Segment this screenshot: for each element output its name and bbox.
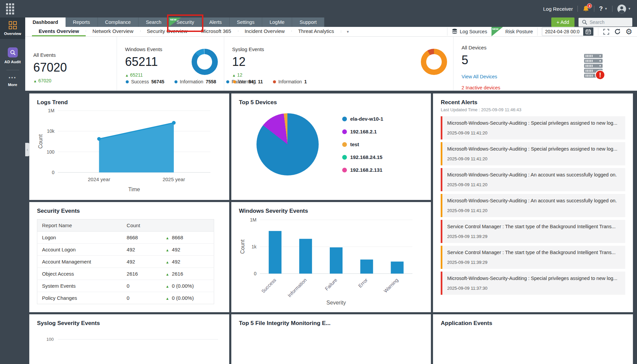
column-header[interactable]: Count <box>122 219 214 232</box>
count-cell: 8668 <box>122 232 161 244</box>
sidebar-item-ad-audit[interactable]: AD Audit <box>0 44 25 67</box>
nav-tab-support[interactable]: Support <box>292 17 324 27</box>
chevron-down-icon: ▼ <box>628 7 631 10</box>
alert-item[interactable]: Microsoft-Windows-Security-Auditing : An… <box>441 194 625 217</box>
more-dashboards-dropdown[interactable]: ▼ <box>341 27 355 36</box>
legend-item-warning[interactable]: Warning11 <box>233 79 263 84</box>
sidebar-collapse-handle[interactable]: ‹ <box>25 143 30 156</box>
legend-dot-icon <box>342 155 347 160</box>
legend-item-information[interactable]: Information7558 <box>174 79 216 84</box>
nav-tab-alerts[interactable]: Alerts <box>202 17 229 27</box>
report-name-cell[interactable]: Policy Changes <box>37 292 122 304</box>
date-range-value: 2024-04-28 00:0 <box>542 28 583 36</box>
sidebar-item-more[interactable]: ••• More <box>0 75 25 90</box>
nav-tab-settings[interactable]: Settings <box>230 17 262 27</box>
alert-timestamp: 2025-09-09 11:41:20 <box>447 182 621 187</box>
alert-timestamp: 2025-09-09 11:41:20 <box>447 130 621 135</box>
nav-tab-label: Reports <box>73 19 90 25</box>
alert-item[interactable]: Microsoft-Windows-Security-Auditing : An… <box>441 168 625 191</box>
subnav-tab-threat-analytics[interactable]: Threat Analytics <box>291 27 341 36</box>
stat-title: All Devices <box>462 45 500 50</box>
fullscreen-button[interactable] <box>603 28 610 35</box>
inactive-devices-link[interactable]: 2 Inactive devices <box>462 85 500 90</box>
help-menu[interactable]: ? ▼ <box>599 5 607 12</box>
legend-item-test[interactable]: test <box>342 141 383 147</box>
report-name-cell[interactable]: Account Management <box>37 256 122 268</box>
table-row[interactable]: Object Access2616▲2616 <box>37 268 214 280</box>
stat-all-events[interactable]: All Events 67020 ▲67020 <box>25 37 117 90</box>
legend-label: 192.168.2.131 <box>350 167 383 173</box>
svg-text:1M: 1M <box>250 217 256 223</box>
table-row[interactable]: Policy Changes0▲0 (0.00%) <box>37 292 214 304</box>
app-grid-icon[interactable] <box>6 3 14 14</box>
sidebar-item-overview[interactable]: Overview <box>0 17 25 39</box>
notifications-bell-icon[interactable]: 3 <box>583 5 589 12</box>
legend-label: test <box>350 141 359 147</box>
alert-item[interactable]: Service Control Manager : The start type… <box>441 220 625 243</box>
count-cell: 2616 <box>122 268 161 280</box>
search-icon <box>582 19 587 25</box>
add-button[interactable]: + Add <box>551 17 575 27</box>
up-arrow-icon: ▲ <box>165 284 169 288</box>
up-arrow-icon: ▲ <box>165 272 169 276</box>
panel-title: Recent Alerts <box>441 99 625 106</box>
windows-events-donut-chart <box>192 49 218 75</box>
alert-item[interactable]: Service Control Manager : The start type… <box>441 246 625 269</box>
svg-text:10k: 10k <box>47 128 55 134</box>
gridline <box>58 339 218 339</box>
report-name-cell[interactable]: Logon <box>37 232 122 244</box>
subnav-tab-network-overview[interactable]: Network Overview <box>86 27 140 36</box>
alert-item[interactable]: Microsoft-Windows-Security-Auditing : Sp… <box>441 116 625 139</box>
nav-tab-reports[interactable]: Reports <box>66 17 98 27</box>
nav-tab-compliance[interactable]: Compliance <box>98 17 139 27</box>
table-row[interactable]: System Events0▲0 (0.00%) <box>37 280 214 292</box>
divider <box>447 28 447 36</box>
legend-item-192-168-24-15[interactable]: 192.168.24.15 <box>342 154 383 160</box>
legend-label: Information <box>180 79 203 84</box>
subnav-tab-microsoft-365[interactable]: Microsoft 365 <box>194 27 238 36</box>
table-row[interactable]: Account Management492▲492 <box>37 256 214 268</box>
report-name-cell[interactable]: System Events <box>37 280 122 292</box>
avatar-icon <box>617 4 626 13</box>
sidebar-divider <box>6 70 19 70</box>
legend-item-information[interactable]: Information1 <box>273 79 307 84</box>
legend-label: ela-dev-w10-1 <box>350 116 383 122</box>
calendar-icon[interactable] <box>583 28 593 36</box>
column-header[interactable]: Report Name <box>37 219 122 232</box>
settings-button[interactable]: ⚙ <box>625 28 632 36</box>
alert-item[interactable]: Microsoft-Windows-Security-Auditing : Sp… <box>441 142 625 165</box>
nav-tab-logme[interactable]: LogMe <box>262 17 292 27</box>
alert-timestamp: 2025-09-09 11:37:30 <box>447 286 621 291</box>
report-name-cell[interactable]: Account Logon <box>37 244 122 256</box>
nav-tab-dashboard[interactable]: Dashboard <box>25 17 66 27</box>
log-sources-button[interactable]: Log Sources <box>452 29 487 35</box>
legend-item-success[interactable]: Success56745 <box>126 79 164 84</box>
stat-syslog-events[interactable]: Syslog Events 12 ▲12 Warning11Informatio… <box>224 37 454 90</box>
legend-item-192-168-2-131[interactable]: 192.168.2.131 <box>342 167 383 173</box>
risk-posture-button[interactable]: NEW Risk Posture <box>491 27 533 36</box>
nav-tab-search[interactable]: Search <box>138 17 169 27</box>
subnav-tab-events-overview[interactable]: Events Overview <box>32 27 86 36</box>
global-search[interactable] <box>579 18 632 27</box>
svg-text:0: 0 <box>52 170 54 175</box>
panel-title: Top 5 Devices <box>239 99 424 106</box>
delta-cell: ▲8668 <box>161 232 214 244</box>
report-name-cell[interactable]: Object Access <box>37 268 122 280</box>
stat-windows-events[interactable]: Windows Events 65211 ▲65211 Success56745… <box>117 37 224 90</box>
legend-item-ela-dev-w10-1[interactable]: ela-dev-w10-1 <box>342 116 383 122</box>
table-row[interactable]: Logon8668▲8668 <box>37 232 214 244</box>
alert-item[interactable]: Microsoft-Windows-Security-Auditing : Sp… <box>441 272 625 295</box>
subnav-tab-security-overview[interactable]: Security Overview <box>140 27 194 36</box>
legend-label: 192.168.24.15 <box>350 154 383 160</box>
search-input[interactable] <box>590 19 627 25</box>
legend-item-192-168-2-1[interactable]: 192.168.2.1 <box>342 129 383 134</box>
dashboard-grid: Logs Trend 1M10k10002024 year2025 yearTi… <box>25 91 637 364</box>
subnav-tab-incident-overview[interactable]: Incident Overview <box>238 27 291 36</box>
table-row[interactable]: Account Logon492▲492 <box>37 244 214 256</box>
view-all-devices-link[interactable]: View All Devices <box>462 74 497 79</box>
refresh-button[interactable] <box>614 28 621 35</box>
nav-tab-security[interactable]: NEWSecurity <box>169 17 202 27</box>
date-range-picker[interactable]: 2024-04-28 00:0 <box>542 27 594 36</box>
user-avatar[interactable]: ▼ <box>617 4 631 13</box>
svg-text:Severity: Severity <box>326 300 346 306</box>
